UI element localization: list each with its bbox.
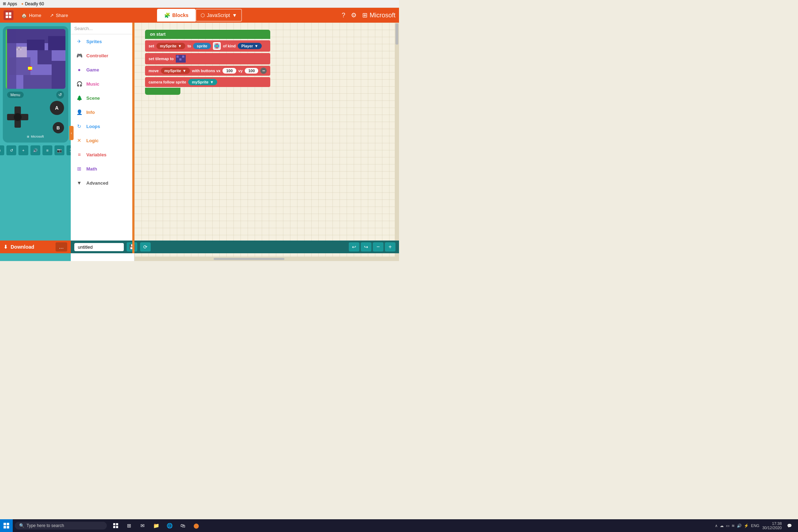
remove-button[interactable]: − bbox=[260, 68, 267, 74]
download-button[interactable]: ⬇ Download bbox=[4, 244, 53, 250]
dropdown-arrow: ▼ bbox=[183, 69, 186, 73]
sidebar-item-controller[interactable]: 🎮 Controller bbox=[71, 48, 134, 63]
player-pill[interactable]: Player ▼ bbox=[238, 43, 262, 49]
sidebar-item-music[interactable]: 🎧 Music bbox=[71, 77, 134, 91]
blocks-sidebar: 🔍 ✈ Sprites 🎮 Controller ● Game 🎧 Music … bbox=[71, 23, 134, 261]
dropdown-arrow: ▼ bbox=[178, 44, 182, 48]
mysprite-pill[interactable]: mySprite ▼ bbox=[156, 43, 185, 49]
mysprite-camera-pill[interactable]: mySprite ▼ bbox=[188, 79, 217, 85]
svg-rect-14 bbox=[16, 47, 18, 48]
sidebar-item-loops[interactable]: ↻ Loops bbox=[71, 119, 134, 133]
menu-button[interactable]: Menu bbox=[7, 92, 24, 98]
screenshot-button[interactable]: 📷 bbox=[54, 145, 64, 155]
gear-icon: ⚙ bbox=[351, 11, 357, 19]
sprite-image[interactable] bbox=[213, 42, 221, 50]
svg-rect-9 bbox=[9, 57, 30, 75]
svg-rect-29 bbox=[179, 56, 181, 58]
save-button[interactable]: 💾 bbox=[127, 242, 137, 251]
redo-button[interactable]: ↪ bbox=[361, 242, 371, 251]
help-button[interactable]: ? bbox=[342, 12, 345, 19]
settings-button[interactable]: ⚙ bbox=[351, 11, 357, 19]
sidebar-item-sprites[interactable]: ✈ Sprites bbox=[71, 34, 134, 48]
scrollbar-thumb[interactable] bbox=[214, 258, 284, 260]
share-button[interactable]: ↗ Share bbox=[46, 11, 73, 19]
button-b[interactable]: B bbox=[53, 122, 64, 133]
svg-rect-15 bbox=[18, 47, 20, 48]
stop-button[interactable]: ■ bbox=[0, 145, 4, 155]
tab-switcher: 🧩 Blocks ⬡ JavaScript ▼ bbox=[157, 9, 242, 22]
svg-rect-10 bbox=[48, 36, 65, 50]
game-icon: ● bbox=[76, 66, 83, 73]
zoom-in-button[interactable]: + bbox=[385, 242, 395, 251]
move-block[interactable]: move mySprite ▼ with buttons vx 100 vy 1… bbox=[145, 66, 270, 76]
svg-rect-3 bbox=[9, 16, 11, 18]
chevron-down-icon: ▼ bbox=[232, 12, 237, 18]
vertical-scrollbar-thumb[interactable] bbox=[395, 23, 398, 45]
home-button[interactable]: 🏠 Home bbox=[17, 11, 46, 19]
sidebar-item-advanced[interactable]: ▼ Advanced bbox=[71, 176, 134, 190]
svg-rect-7 bbox=[27, 40, 45, 50]
home-icon: 🏠 bbox=[21, 13, 27, 18]
dpad[interactable] bbox=[7, 106, 28, 128]
horizontal-scrollbar[interactable] bbox=[134, 257, 399, 261]
sidebar-item-info[interactable]: 👤 Info bbox=[71, 105, 134, 119]
sidebar-item-scene[interactable]: 🌲 Scene bbox=[71, 91, 134, 105]
svg-rect-33 bbox=[182, 58, 184, 60]
mysprite-move-pill[interactable]: mySprite ▼ bbox=[161, 68, 190, 74]
collapse-panel-button[interactable]: ‹ bbox=[69, 126, 74, 140]
set-sprite-block[interactable]: set mySprite ▼ to sprite of kind Player bbox=[145, 40, 270, 52]
simulator-toolbar: ■ ↺ + 🔊 ≡ 📷 ⛶ bbox=[0, 143, 76, 158]
variables-icon: ≡ bbox=[76, 151, 83, 158]
more-button[interactable]: ... bbox=[56, 242, 67, 251]
tab-label: Deadly 60 bbox=[25, 1, 44, 6]
sidebar-item-variables[interactable]: ≡ Variables bbox=[71, 148, 134, 162]
project-right-buttons: ↩ ↪ − + bbox=[349, 242, 395, 251]
sidebar-item-logic[interactable]: ✕ Logic bbox=[71, 133, 134, 148]
mute-button[interactable]: 🔊 bbox=[30, 145, 40, 155]
simulator-panel: Menu ↺ A B ⊞ Microsoft ■ bbox=[0, 23, 71, 261]
app-logo[interactable] bbox=[4, 10, 13, 20]
button-a[interactable]: A bbox=[50, 101, 64, 115]
github-icon: ⟳ bbox=[143, 244, 148, 250]
add-simulator-button[interactable]: + bbox=[18, 145, 28, 155]
restart-button[interactable]: ↺ bbox=[6, 145, 16, 155]
svg-rect-1 bbox=[9, 12, 11, 15]
vertical-scrollbar[interactable] bbox=[395, 23, 399, 257]
on-start-header[interactable]: on start bbox=[145, 30, 270, 39]
microsoft-device-logo: ⊞ Microsoft bbox=[6, 133, 65, 140]
apps-menu-item[interactable]: ⊞ Apps bbox=[3, 1, 17, 6]
trace-button[interactable]: ≡ bbox=[42, 145, 52, 155]
svg-rect-16 bbox=[20, 47, 22, 48]
blocks-tab[interactable]: 🧩 Blocks bbox=[157, 9, 196, 22]
top-bar-right: ? ⚙ ⊞ Microsoft bbox=[342, 11, 395, 19]
sprite-pill[interactable]: sprite bbox=[193, 43, 211, 49]
vy-value[interactable]: 100 bbox=[245, 68, 258, 74]
javascript-tab[interactable]: ⬡ JavaScript ▼ bbox=[196, 9, 242, 22]
js-icon: ⬡ bbox=[201, 12, 205, 18]
dpad-container: A B bbox=[6, 101, 65, 133]
tilemap-image[interactable] bbox=[176, 55, 186, 63]
svg-rect-21 bbox=[28, 67, 32, 70]
device-controls: Menu ↺ bbox=[6, 89, 65, 101]
undo-button[interactable]: ↩ bbox=[349, 242, 359, 251]
microsoft-grid-icon: ⊞ bbox=[362, 11, 368, 19]
svg-rect-22 bbox=[6, 29, 7, 89]
github-button[interactable]: ⟳ bbox=[140, 242, 151, 251]
microsoft-button[interactable]: ⊞ Microsoft bbox=[362, 11, 395, 19]
refresh-button[interactable]: ↺ bbox=[56, 91, 64, 99]
main-content: Menu ↺ A B ⊞ Microsoft ■ bbox=[0, 23, 399, 261]
sidebar-item-game[interactable]: ● Game bbox=[71, 63, 134, 77]
set-tilemap-block[interactable]: set tilemap to bbox=[145, 53, 270, 64]
block-editor[interactable]: on start set mySprite ▼ to sprite of bbox=[134, 23, 399, 261]
game-device: Menu ↺ A B ⊞ Microsoft bbox=[3, 26, 68, 143]
sidebar-item-math[interactable]: ⊞ Math bbox=[71, 162, 134, 176]
camera-block[interactable]: camera follow sprite mySprite ▼ bbox=[145, 77, 270, 87]
vx-value[interactable]: 100 bbox=[222, 68, 236, 74]
zoom-out-button[interactable]: − bbox=[373, 242, 383, 251]
apps-bar: ⊞ Apps ● Deadly 60 bbox=[0, 0, 399, 8]
project-name-input[interactable] bbox=[74, 243, 124, 251]
ab-buttons: A B bbox=[50, 101, 64, 133]
tab-item[interactable]: ● Deadly 60 bbox=[21, 1, 44, 6]
search-input[interactable] bbox=[74, 26, 134, 31]
svg-rect-31 bbox=[177, 58, 179, 60]
